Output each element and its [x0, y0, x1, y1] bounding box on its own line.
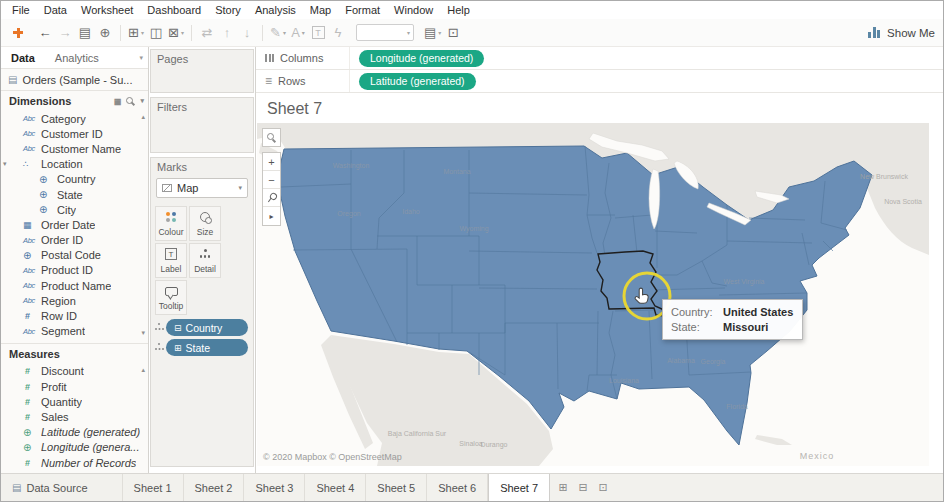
undo-icon[interactable]: ← [35, 23, 55, 43]
format-icon[interactable]: A ▾ [288, 23, 308, 43]
show-me-button[interactable]: Show Me [868, 27, 935, 39]
separator[interactable] [262, 25, 263, 41]
sheet-tab[interactable]: Sheet 6 [427, 474, 488, 501]
menu-item[interactable]: Format [338, 3, 387, 17]
field-item[interactable]: Abc Region [1, 293, 148, 308]
field-item[interactable]: Abc Product ID [1, 263, 148, 278]
chevron-down-icon: ▾ [438, 29, 441, 36]
field-item[interactable]: Abc Order ID [1, 233, 148, 248]
pane-options-icon[interactable]: ▾ [139, 54, 143, 62]
field-item[interactable]: ⊕ Latitude (generated) [1, 425, 148, 440]
field-item[interactable]: # Discount [1, 364, 148, 379]
menu-item[interactable]: Window [387, 3, 440, 17]
dimension-pill[interactable]: ⊞ State [166, 339, 248, 356]
new-story-tab-icon[interactable]: ⊡ [593, 481, 613, 494]
data-pane-tab[interactable]: Analytics [45, 52, 109, 64]
field-item[interactable]: ▾ ∴ Location [1, 157, 148, 172]
datasource-tab-icon: ▤ [12, 482, 21, 493]
datasource-item[interactable]: ▤ Orders (Sample - Su... [1, 69, 148, 91]
fix-axes-icon[interactable]: ϟ [328, 23, 348, 43]
mark-type-dropdown[interactable]: Map ▾ [156, 178, 248, 198]
pill-expand-icon[interactable]: ⊟ [174, 323, 182, 333]
marks-button-label: Colour [158, 227, 183, 237]
pill-expand-icon[interactable]: ⊞ [174, 343, 182, 353]
field-item[interactable]: Abc Customer Name [1, 141, 148, 156]
field-item[interactable]: Abc Customer ID [1, 126, 148, 141]
field-item[interactable]: # Profit [1, 379, 148, 394]
columns-pill[interactable]: Longitude (generated) [359, 50, 484, 67]
sort-fields-icon[interactable]: ▾ [140, 97, 144, 105]
menu-item[interactable]: Dashboard [140, 3, 208, 17]
field-label: Location [41, 158, 83, 170]
field-item[interactable]: ⊕ Longitude (genera... [1, 440, 148, 455]
field-item[interactable]: ⊕ Country [1, 172, 148, 187]
field-item[interactable]: ⊕ Postal Code [1, 248, 148, 263]
field-item[interactable]: # Quantity [1, 394, 148, 409]
marks-button[interactable]: Tooltip [155, 280, 187, 315]
menu-item[interactable]: Analysis [248, 3, 303, 17]
field-item[interactable]: ▦ Order Date [1, 217, 148, 232]
fit-view-dropdown[interactable]: ▾ [356, 24, 414, 41]
sheet-tab[interactable]: Sheet 1 [123, 474, 184, 501]
duplicate-sheet-icon[interactable]: ◫ [146, 23, 166, 43]
view-data-grid-icon[interactable]: ▦ [114, 97, 122, 106]
find-field-icon[interactable] [126, 97, 135, 106]
field-item[interactable]: # Number of Records [1, 455, 148, 470]
menu-item[interactable]: Worksheet [74, 3, 140, 17]
sheet-tab[interactable]: Sheet 2 [184, 474, 245, 501]
sheet-tab[interactable]: Sheet 5 [366, 474, 427, 501]
field-item[interactable]: ⊕ City [1, 202, 148, 217]
show-mark-labels-icon[interactable]: T [308, 23, 328, 43]
new-worksheet-tab-icon[interactable]: ⊞ [553, 481, 573, 494]
menu-item[interactable]: Help [440, 3, 477, 17]
columns-shelf[interactable]: Columns Longitude (generated) [256, 47, 943, 70]
field-item[interactable]: # Sales [1, 409, 148, 424]
sheet-tab[interactable]: Sheet 3 [244, 474, 305, 501]
show-hide-cards-icon[interactable]: ▤ ▾ [422, 23, 443, 43]
data-pane-tab[interactable]: Data [1, 52, 45, 64]
menu-item[interactable]: Map [303, 3, 338, 17]
map-viewport[interactable]: Washington Oregon Idaho Montana Wyoming … [257, 123, 929, 466]
zoom-home-button[interactable] [263, 189, 280, 207]
swap-axes-icon[interactable]: ⇄ [197, 23, 217, 43]
field-item[interactable]: Abc Product Name [1, 278, 148, 293]
sort-descending-icon[interactable]: ↓ [237, 23, 257, 43]
dimension-pill[interactable]: ⊟ Country [166, 319, 248, 336]
map-search-button[interactable] [262, 128, 281, 147]
marks-button[interactable]: T Label [155, 243, 187, 278]
marks-button[interactable]: Colour [155, 206, 187, 241]
sheet-tab[interactable]: Sheet 7 [488, 474, 550, 501]
highlight-icon[interactable]: ✎ ▾ [268, 23, 288, 43]
scroll-down-icon[interactable]: ▾ [141, 329, 145, 337]
sheet-tab[interactable]: ▤ Data Source [1, 474, 123, 501]
zoom-out-button[interactable]: − [263, 171, 280, 189]
expand-caret-icon[interactable]: ▾ [3, 160, 7, 168]
field-item[interactable]: ⊕ State [1, 187, 148, 202]
presentation-mode-icon[interactable]: ⊡ [443, 23, 463, 43]
map-tools-flyout[interactable]: ▸ [263, 207, 280, 225]
separator[interactable] [191, 25, 192, 41]
sheet-tab[interactable]: Sheet 4 [305, 474, 366, 501]
menu-item[interactable]: Data [37, 3, 74, 17]
new-dashboard-tab-icon[interactable]: ⊟ [573, 481, 593, 494]
new-worksheet-icon[interactable]: ⊞ ▾ [126, 23, 146, 43]
clear-sheet-icon[interactable]: ⊠ ▾ [166, 23, 186, 43]
field-item[interactable]: # Row ID [1, 308, 148, 323]
menu-item[interactable]: Story [208, 3, 248, 17]
redo-icon[interactable]: → [55, 23, 75, 43]
tableau-logo-icon[interactable] [9, 25, 27, 41]
rows-shelf[interactable]: ≡ Rows Latitude (generated) [256, 70, 943, 93]
sort-ascending-icon[interactable]: ↑ [217, 23, 237, 43]
field-item[interactable]: Abc Segment [1, 324, 148, 339]
marks-button[interactable]: Detail [189, 243, 221, 278]
field-item[interactable]: Abc Category [1, 111, 148, 126]
pages-shelf[interactable]: Pages [150, 49, 254, 93]
filters-shelf[interactable]: Filters [150, 97, 254, 153]
marks-button[interactable]: Size [189, 206, 221, 241]
separator[interactable] [120, 25, 121, 41]
new-datasource-icon[interactable]: ⊕ [95, 23, 115, 43]
menu-item[interactable]: File [5, 3, 37, 17]
rows-pill[interactable]: Latitude (generated) [359, 73, 476, 90]
save-icon[interactable]: ▤ [75, 23, 95, 43]
zoom-in-button[interactable]: + [263, 153, 280, 171]
